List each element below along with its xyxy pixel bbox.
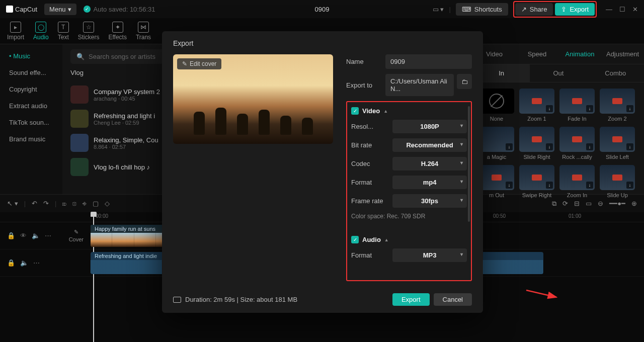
more-icon[interactable]: ⋯	[45, 232, 51, 239]
export-dialog: Export ✎Edit cover Name0909 Export toC:/…	[162, 31, 483, 313]
format-select[interactable]: mp4	[392, 176, 467, 189]
rtab2-out[interactable]: Out	[530, 64, 587, 82]
anim-item[interactable]: ↓Slide Left	[600, 127, 635, 160]
anim-item[interactable]: ↓Slide Right	[519, 127, 554, 160]
path-input[interactable]: C:/Users/Usman Ali N...	[385, 74, 454, 96]
pointer-icon[interactable]: ↖ ▾	[7, 200, 18, 207]
resolution-select[interactable]: 1080P	[392, 120, 467, 133]
tab-transitions[interactable]: ⋈Trans	[136, 22, 151, 41]
framerate-label: Frame rate	[351, 197, 392, 205]
rtab-animation[interactable]: Animation	[558, 44, 601, 64]
path-label: Export to	[346, 81, 385, 89]
link-icon[interactable]: ⟳	[562, 200, 568, 207]
audio-section-toggle[interactable]: ✓Audio▲	[351, 236, 467, 243]
format-label: Format	[351, 179, 392, 186]
export-meta: Duration: 2m 59s | Size: about 181 MB	[173, 296, 297, 303]
cat-sound-effects[interactable]: Sound effe...	[4, 65, 58, 80]
preview-icon[interactable]: ⊟	[574, 200, 580, 207]
rtab-adjustment[interactable]: Adjustment	[601, 44, 644, 64]
cat-extract-audio[interactable]: Extract audio	[4, 98, 58, 114]
title-bar: CapCut Menu▾ ✓Auto saved: 10:56:31 0909 …	[0, 0, 644, 18]
name-input[interactable]: 0909	[385, 54, 472, 69]
cat-tiktok-sounds[interactable]: TikTok soun...	[4, 115, 58, 130]
cat-copyright[interactable]: Copyright	[4, 81, 58, 97]
tab-text[interactable]: TText	[58, 22, 69, 41]
video-section-toggle[interactable]: ✓Video▲	[351, 107, 467, 115]
close-icon[interactable]: ✕	[632, 6, 638, 13]
audio-format-label: Format	[351, 251, 392, 259]
track-icon[interactable]: ▭	[586, 200, 592, 207]
anim-item[interactable]: ↓Zoom 2	[600, 89, 635, 122]
anim-item[interactable]: ↓a Magic	[479, 127, 514, 160]
export-settings-highlight: ✓Video▲ Resol...1080P Bit rateRecommende…	[346, 101, 472, 281]
tab-stickers[interactable]: ☆Stickers	[78, 22, 100, 41]
anim-item[interactable]: ↓Slide Up	[600, 165, 635, 198]
cat-brand-music[interactable]: Brand music	[4, 131, 58, 147]
anim-item[interactable]: ↓m Out	[479, 165, 514, 198]
project-title: 0909	[315, 6, 330, 13]
split-icon[interactable]: ⎄	[62, 200, 66, 207]
edit-cover-button[interactable]: ✎Edit cover	[177, 58, 221, 69]
lock-icon[interactable]: 🔒	[7, 259, 15, 267]
anim-item[interactable]: ↓Rock ...cally	[559, 127, 595, 160]
anim-item[interactable]: ↓Zoom In	[559, 165, 595, 198]
share-button[interactable]: ↗Share	[515, 3, 553, 16]
cancel-button[interactable]: Cancel	[434, 293, 472, 306]
eye-icon[interactable]: 👁	[20, 232, 27, 239]
checkbox-icon: ✓	[351, 107, 359, 115]
pencil-icon: ✎	[182, 60, 187, 67]
tab-audio[interactable]: ◯Audio	[33, 22, 49, 41]
anim-item[interactable]: ↓Zoom 1	[519, 89, 554, 122]
anim-none[interactable]: None	[479, 89, 514, 122]
lock-icon[interactable]: 🔒	[7, 232, 15, 239]
cover-button[interactable]: ✎Cover	[69, 229, 84, 242]
scroll-bar[interactable]	[468, 106, 470, 222]
anim-item[interactable]: ↓Swipe Right	[519, 165, 554, 198]
anim-item[interactable]: ↓Fade In	[559, 89, 595, 122]
share-export-highlight: ↗Share ⇪Export	[513, 1, 597, 18]
menu-button[interactable]: Menu▾	[44, 4, 76, 15]
animation-grid: None ↓Zoom 1 ↓Fade In ↓Zoom 2 ↓a Magic ↓…	[473, 82, 644, 204]
bitrate-select[interactable]: Recommended	[392, 138, 467, 152]
shortcuts-button[interactable]: ⌨Shortcuts	[456, 3, 508, 16]
maximize-icon[interactable]: ☐	[619, 6, 625, 13]
mute-icon[interactable]: 🔈	[20, 259, 28, 267]
zoom-out-icon[interactable]: ⊖	[598, 200, 603, 207]
more-icon[interactable]: ⋯	[33, 259, 40, 267]
trim-right-icon[interactable]: ⎆	[83, 200, 87, 207]
trim-left-icon[interactable]: ⎅	[72, 200, 76, 207]
search-icon: 🔍	[76, 53, 85, 60]
zoom-in-icon[interactable]: ⊕	[631, 200, 637, 207]
codec-select[interactable]: H.264	[392, 157, 467, 170]
undo-icon[interactable]: ↶	[32, 200, 37, 207]
zoom-slider[interactable]: ━━●━	[609, 200, 625, 207]
autosave-status: ✓Auto saved: 10:56:31	[84, 6, 155, 13]
redo-icon[interactable]: ↷	[43, 200, 49, 207]
aspect-icon[interactable]: ▭ ▾	[433, 6, 444, 13]
browse-folder-button[interactable]: 🗀	[457, 74, 472, 89]
marker-icon[interactable]: ◇	[105, 200, 110, 207]
tab-import[interactable]: ▸Import	[7, 22, 24, 41]
folder-icon: 🗀	[461, 78, 468, 86]
bitrate-label: Bit rate	[351, 141, 392, 149]
tab-effects[interactable]: ✦Effects	[108, 22, 126, 41]
colorspace-note: Color space: Rec. 709 SDR	[351, 213, 467, 220]
minimize-icon[interactable]: —	[606, 6, 612, 13]
codec-label: Codec	[351, 160, 392, 167]
rtab-speed[interactable]: Speed	[516, 44, 558, 64]
mute-icon[interactable]: 🔈	[32, 232, 40, 239]
magnet-icon[interactable]: ⧉	[552, 200, 556, 208]
film-icon	[173, 297, 181, 303]
app-logo: CapCut	[6, 6, 37, 13]
delete-icon[interactable]: ▢	[93, 200, 99, 207]
audio-format-select[interactable]: MP3	[392, 248, 467, 262]
cover-preview: ✎Edit cover	[173, 54, 333, 144]
export-button-top[interactable]: ⇪Export	[555, 3, 595, 16]
cat-music[interactable]: • Music	[4, 48, 58, 64]
framerate-select[interactable]: 30fps	[392, 194, 467, 208]
name-label: Name	[346, 58, 385, 65]
export-confirm-button[interactable]: Export	[392, 293, 430, 306]
dialog-title: Export	[173, 39, 472, 47]
inspector-panel: Video Speed Animation Adjustment In Out …	[473, 44, 644, 194]
rtab2-combo[interactable]: Combo	[587, 64, 644, 82]
